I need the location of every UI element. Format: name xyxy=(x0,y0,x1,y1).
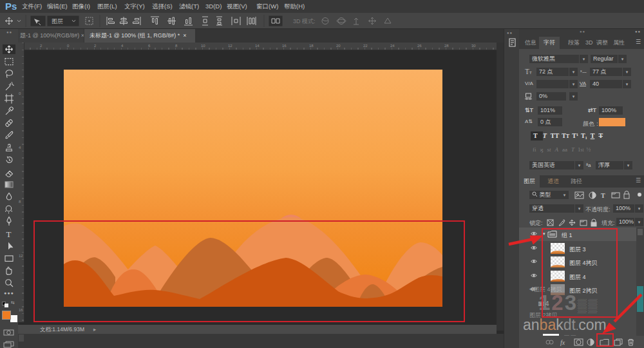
svg-text:3D 模式:: 3D 模式: xyxy=(293,18,316,24)
svg-text:T: T xyxy=(6,229,12,239)
svg-text:T: T xyxy=(601,192,605,199)
svg-text:图层: 图层 xyxy=(52,18,63,24)
svg-text:fx: fx xyxy=(560,339,565,346)
